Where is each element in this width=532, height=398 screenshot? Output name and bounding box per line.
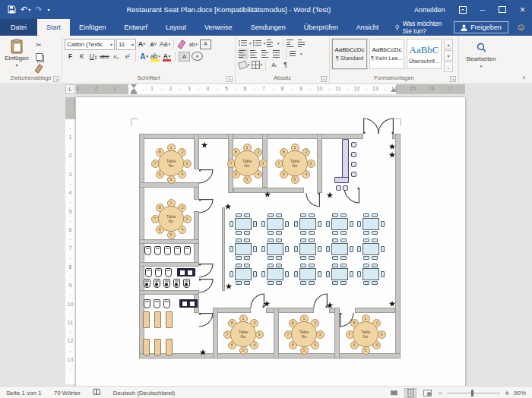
tell-me-box[interactable]: Was möchten Sie tun? bbox=[388, 20, 454, 35]
read-mode-button[interactable] bbox=[388, 388, 400, 398]
tab-ansicht[interactable]: Ansicht bbox=[347, 19, 388, 36]
tab-sendungen[interactable]: Sendungen bbox=[242, 19, 295, 36]
justify-button[interactable] bbox=[273, 49, 283, 59]
shrink-font-button[interactable]: A˅ bbox=[148, 39, 158, 49]
minimize-button[interactable]: ─ bbox=[473, 0, 492, 19]
print-layout-button[interactable] bbox=[404, 388, 416, 398]
font-size-combo[interactable]: 11▾ bbox=[116, 39, 136, 50]
round-table[interactable]: 12345678TableNo bbox=[273, 141, 317, 185]
dining-table[interactable] bbox=[294, 238, 321, 260]
styles-gallery-more-button[interactable]: ⌄ bbox=[444, 62, 453, 72]
dining-table[interactable] bbox=[326, 238, 353, 260]
zoom-slider-handle[interactable] bbox=[471, 390, 473, 396]
zoom-slider[interactable] bbox=[447, 393, 500, 393]
sign-in-button[interactable]: Anmelden bbox=[407, 0, 452, 19]
clipboard-dialog-launcher[interactable]: ↘ bbox=[53, 76, 59, 82]
dining-table[interactable] bbox=[230, 264, 257, 285]
bar-counter[interactable] bbox=[342, 139, 349, 178]
cut-button[interactable]: ✂ bbox=[33, 39, 45, 49]
save-button[interactable] bbox=[8, 5, 16, 14]
style-kein-leerraum[interactable]: AaBbCcDc ¶ Kein Lee... bbox=[369, 39, 404, 69]
strikethrough-button[interactable]: abc bbox=[100, 51, 109, 62]
collapse-ribbon-button[interactable]: ∧ bbox=[522, 74, 526, 81]
tab-entwurf[interactable]: Entwurf bbox=[116, 19, 157, 36]
redo-button[interactable]: ↷ bbox=[35, 5, 42, 14]
text-effects-button[interactable]: A▾ bbox=[139, 51, 149, 62]
font-dialog-launcher[interactable]: ↘ bbox=[226, 76, 233, 82]
grow-font-button[interactable]: A˄ bbox=[137, 39, 147, 49]
highlight-color-button[interactable]: ab▾ bbox=[150, 51, 160, 62]
italic-button[interactable]: K bbox=[77, 51, 87, 62]
clear-formatting-button[interactable] bbox=[177, 39, 187, 49]
subscript-button[interactable]: x₂ bbox=[111, 51, 121, 62]
document-page[interactable]: 12345678TableNo12345678TableNo12345678Ta… bbox=[76, 97, 465, 386]
round-table[interactable]: 12345678TableNo bbox=[225, 141, 269, 185]
vertical-ruler[interactable]: 12345678910111213 bbox=[65, 97, 75, 384]
enclose-characters-button[interactable]: A bbox=[192, 52, 203, 61]
dining-table[interactable] bbox=[357, 213, 385, 235]
bullets-button[interactable]: ▾ bbox=[239, 38, 252, 49]
dining-table[interactable] bbox=[230, 238, 257, 260]
dining-table[interactable] bbox=[294, 213, 321, 235]
zoom-in-button[interactable]: + bbox=[505, 389, 509, 397]
tab-layout[interactable]: Layout bbox=[157, 19, 195, 36]
style-standard[interactable]: AaBbCcDc ¶ Standard bbox=[332, 39, 367, 69]
left-indent-marker[interactable] bbox=[131, 92, 137, 94]
styles-scroll-down-button[interactable]: ▾ bbox=[444, 50, 453, 61]
dining-table[interactable] bbox=[294, 264, 321, 285]
character-border-button[interactable]: A bbox=[200, 39, 211, 49]
increase-indent-button[interactable] bbox=[298, 38, 308, 49]
align-right-button[interactable] bbox=[261, 49, 271, 59]
page-indicator[interactable]: Seite 1 von 1 bbox=[0, 390, 48, 396]
dining-table[interactable] bbox=[261, 264, 289, 285]
sort-button[interactable]: A↓ bbox=[269, 59, 279, 70]
tab-verweise[interactable]: Verweise bbox=[195, 19, 242, 36]
character-shading-button[interactable]: A bbox=[179, 52, 190, 62]
round-table[interactable]: 12345678TableNo bbox=[221, 312, 265, 356]
dining-table[interactable] bbox=[357, 238, 385, 260]
undo-button[interactable]: ↶▾ bbox=[21, 5, 30, 14]
round-table[interactable]: 12345678TableNo bbox=[149, 197, 193, 241]
style-ueberschrift-1[interactable]: AaBbC Überschrif... bbox=[407, 39, 442, 69]
format-painter-button[interactable] bbox=[33, 64, 45, 74]
dining-table[interactable] bbox=[357, 264, 385, 285]
bar-counter[interactable] bbox=[334, 177, 349, 183]
align-left-button[interactable] bbox=[239, 49, 249, 59]
bold-button[interactable]: F bbox=[65, 51, 75, 62]
round-table[interactable]: 12345678TableNo bbox=[282, 312, 326, 356]
tab-datei[interactable]: Datei bbox=[0, 19, 37, 36]
phonetic-guide-button[interactable]: ab▾ bbox=[188, 39, 198, 49]
styles-scroll-up-button[interactable]: ▴ bbox=[444, 39, 453, 49]
tab-start[interactable]: Start bbox=[37, 19, 70, 36]
styles-dialog-launcher[interactable]: ↘ bbox=[450, 76, 456, 82]
shading-button[interactable]: ▾ bbox=[239, 59, 250, 70]
language-indicator[interactable]: Deutsch (Deutschland) bbox=[107, 390, 181, 396]
numbering-button[interactable]: ▾ bbox=[253, 38, 266, 49]
tab-einfgen[interactable]: Einfügen bbox=[70, 19, 116, 36]
align-center-button[interactable] bbox=[250, 49, 260, 59]
paste-button[interactable]: Einfügen▾ bbox=[2, 38, 31, 74]
horizontal-ruler[interactable]: 3211234567891011121314151617 bbox=[76, 84, 465, 94]
web-layout-button[interactable] bbox=[421, 388, 433, 398]
show-paragraph-marks-button[interactable]: ¶ bbox=[280, 59, 290, 70]
ribbon-display-options-button[interactable] bbox=[452, 0, 473, 19]
word-count[interactable]: 70 Wörter bbox=[48, 390, 87, 396]
paragraph-dialog-launcher[interactable]: ↘ bbox=[321, 76, 327, 82]
zoom-level[interactable]: 90% bbox=[514, 390, 526, 396]
round-table[interactable]: 12345678TableNo bbox=[149, 141, 193, 185]
dining-table[interactable] bbox=[261, 238, 289, 260]
multilevel-list-button[interactable]: ▾ bbox=[267, 38, 280, 49]
maximize-button[interactable] bbox=[492, 0, 513, 19]
feedback-smiley-icon[interactable]: ☺ bbox=[516, 19, 526, 36]
find-button[interactable] bbox=[472, 40, 490, 54]
zoom-out-button[interactable]: − bbox=[438, 389, 442, 397]
dining-table[interactable] bbox=[326, 264, 353, 285]
change-case-button[interactable]: Aa▾ bbox=[160, 39, 170, 49]
dining-table[interactable] bbox=[230, 213, 257, 235]
dining-table[interactable] bbox=[326, 213, 353, 235]
line-spacing-button[interactable]: ▾ bbox=[290, 49, 302, 59]
editing-menu-button[interactable]: Bearbeiten bbox=[467, 55, 496, 62]
dining-table[interactable] bbox=[261, 213, 289, 235]
tab-berprfen[interactable]: Überprüfen bbox=[295, 19, 347, 36]
font-name-combo[interactable]: Calibri (Textk▾ bbox=[65, 39, 115, 50]
